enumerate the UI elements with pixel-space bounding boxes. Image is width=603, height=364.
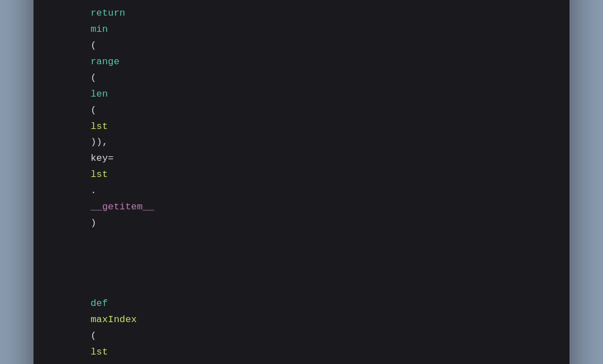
- code-line-def-max: def maxIndex ( lst ) :: [56, 280, 547, 364]
- kw-def2: def: [90, 298, 114, 309]
- dunder-get1: __getitem__: [90, 202, 154, 212]
- p4: )),: [90, 137, 114, 147]
- p3: (: [90, 105, 96, 116]
- lst-arg1: lst: [90, 121, 108, 132]
- code-editor: """ Find Index of Min/Max Element. """ l…: [34, 0, 570, 364]
- fn-len1: len: [90, 89, 108, 99]
- paren-open2: (: [90, 331, 96, 341]
- fn-maxIndex: maxIndex: [90, 314, 137, 325]
- code-line-blank5: [56, 264, 547, 280]
- p5: ): [90, 218, 96, 228]
- param-lst2: lst: [90, 347, 108, 357]
- code-window: """ Find Index of Min/Max Element. """ l…: [34, 0, 570, 364]
- key-kw1: key=: [90, 153, 114, 164]
- code-line-ret-min: return min ( range ( len ( lst )), key= …: [56, 0, 547, 248]
- fn-min: min: [90, 24, 108, 35]
- lst-dot1: lst: [90, 169, 108, 180]
- p1: (: [90, 40, 96, 51]
- kw-return1: return: [90, 8, 131, 18]
- p2: (: [90, 73, 96, 83]
- dot1: .: [90, 185, 96, 196]
- indent1: [90, 0, 114, 2]
- code-line-blank4: [56, 248, 547, 264]
- fn-range1: range: [90, 56, 119, 67]
